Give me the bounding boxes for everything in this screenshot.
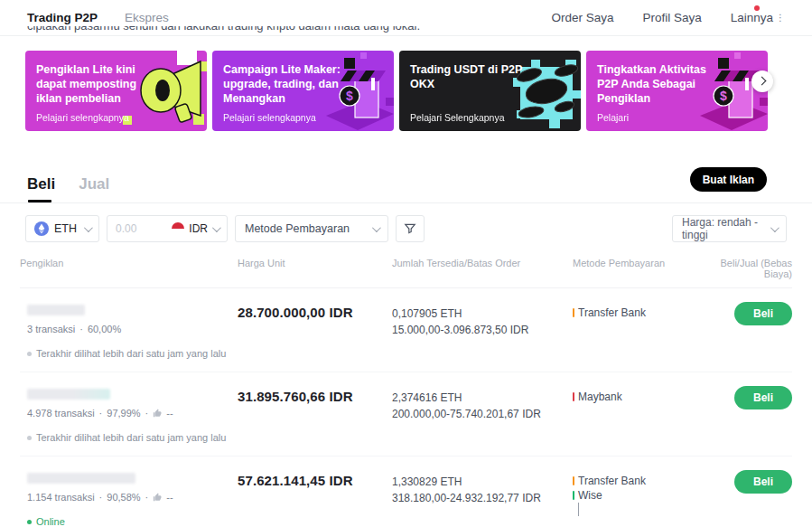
page-subtitle-clipped: ciptakan pasarmu sendiri dan lakukan tra… xyxy=(27,26,420,34)
funnel-icon xyxy=(404,222,416,235)
status-text: Terakhir dilihat lebih dari satu jam yan… xyxy=(36,348,226,359)
payment-color-bar xyxy=(573,392,574,401)
promo-banner-carousel: Pengiklan Lite kini dapat memposting ikl… xyxy=(0,36,812,131)
payment-method-name: Wise xyxy=(578,488,602,503)
fiat-currency-label: IDR xyxy=(189,222,208,235)
filter-bar: ETH 0.00 IDR Metode Pembayaran Harga: re… xyxy=(0,215,812,242)
chevron-down-icon xyxy=(84,223,93,232)
create-ad-button[interactable]: Buat Iklan xyxy=(690,167,767,192)
amount-limits: 1,330829 ETH 318.180,00-24.932.192,77 ID… xyxy=(392,470,573,527)
banner-title: Trading USDT di P2P OKX xyxy=(410,62,532,91)
banner-cta-link[interactable]: Pelajari selengkapnya xyxy=(36,112,129,123)
chevron-down-icon xyxy=(770,223,779,232)
offer-row: 4.978 transaksi · 97,99% · -- Terakhir d… xyxy=(20,372,792,456)
banner-tingkatkan-aktivitas[interactable]: $ Tingkatkan Aktivitas P2P Anda Sebagai … xyxy=(586,51,768,131)
banner-cta-link[interactable]: Pelajari Selengkapnya xyxy=(410,112,505,123)
advanced-filter-button[interactable] xyxy=(396,215,425,242)
expand-payments-chevron-icon[interactable] xyxy=(578,503,579,516)
advertiser-status: Terakhir dilihat lebih dari satu jam yan… xyxy=(27,348,238,359)
dot-separator: · xyxy=(145,492,149,503)
unit-price: 31.895.760,66 IDR xyxy=(238,386,392,443)
offline-dot xyxy=(27,436,32,440)
advertiser-stats: 4.978 transaksi · 97,99% · -- xyxy=(27,408,238,419)
payment-methods: Maybank xyxy=(573,386,708,443)
payment-method-name: Transfer Bank xyxy=(578,306,646,320)
sort-select[interactable]: Harga: rendah - tinggi xyxy=(672,215,787,242)
advertiser-cell[interactable]: 3 transaksi · 60,00% Terakhir dilihat le… xyxy=(20,302,238,359)
payment-method-name: Maybank xyxy=(578,390,622,404)
banner-title: Tingkatkan Aktivitas P2P Anda Sebagai Pe… xyxy=(597,62,719,106)
nav-tab-ekspres[interactable]: Ekspres xyxy=(125,11,169,24)
completion-rate: 90,58% xyxy=(107,492,140,503)
online-dot xyxy=(27,520,32,524)
tab-jual[interactable]: Jual xyxy=(79,175,109,202)
thumb-rate: -- xyxy=(166,492,173,503)
col-header-beli-jual: Beli/Jual (Bebas Biaya) xyxy=(708,258,792,279)
advertiser-name-blurred xyxy=(27,389,110,400)
vertical-ellipsis-icon: ⋮ xyxy=(776,13,785,23)
advertiser-cell[interactable]: 1.154 transaksi · 90,58% · -- Online xyxy=(20,470,238,527)
payment-methods: Transfer Bank Wise xyxy=(573,470,708,527)
svg-text:$: $ xyxy=(720,89,727,103)
banner-pengiklan-lite[interactable]: Pengiklan Lite kini dapat memposting ikl… xyxy=(25,51,207,131)
offer-row: 1.154 transaksi · 90,58% · -- Online 57.… xyxy=(20,456,792,527)
nav-tab-trading-p2p[interactable]: Trading P2P xyxy=(27,11,98,24)
advertiser-status: Terakhir dilihat lebih dari satu jam yan… xyxy=(27,432,238,443)
amount-limits: 0,107905 ETH 15.000,00-3.096.873,50 IDR xyxy=(392,302,573,359)
nav-lainnya[interactable]: Lainnya ⋮ xyxy=(731,11,785,24)
dot-separator: · xyxy=(79,324,83,334)
order-limits: 15.000,00-3.096.873,50 IDR xyxy=(392,322,573,338)
banner-cta-link[interactable]: Pelajari xyxy=(597,112,629,123)
unit-price: 57.621.141,45 IDR xyxy=(238,470,392,527)
advertiser-name-blurred xyxy=(27,305,85,315)
offline-dot xyxy=(27,352,32,356)
banner-campaign-lite-maker[interactable]: $ Campaign Lite Maker: upgrade, trading,… xyxy=(212,51,394,131)
payment-color-bar xyxy=(573,491,574,500)
amount-placeholder: 0.00 xyxy=(116,222,167,235)
svg-text:$: $ xyxy=(346,89,353,103)
payment-color-bar xyxy=(573,308,574,317)
nav-order-saya[interactable]: Order Saya xyxy=(551,11,613,24)
buy-button[interactable]: Beli xyxy=(734,470,792,494)
order-limits: 318.180,00-24.932.192,77 IDR xyxy=(392,490,573,506)
tab-beli[interactable]: Beli xyxy=(27,175,55,202)
nav-profil-saya[interactable]: Profil Saya xyxy=(642,11,701,24)
crypto-select[interactable]: ETH xyxy=(25,215,99,242)
tx-count: 3 transaksi xyxy=(27,324,75,334)
col-header-harga-unit: Harga Unit xyxy=(238,258,392,279)
buy-button[interactable]: Beli xyxy=(734,302,792,325)
payment-color-bar xyxy=(573,476,574,485)
advertiser-cell[interactable]: 4.978 transaksi · 97,99% · -- Terakhir d… xyxy=(20,386,238,443)
status-text: Online xyxy=(36,516,65,527)
amount-input[interactable]: 0.00 IDR xyxy=(107,215,228,242)
sort-select-value: Harga: rendah - tinggi xyxy=(682,216,770,241)
carousel-next-button[interactable] xyxy=(751,71,773,92)
advertiser-status: Online xyxy=(27,516,238,527)
col-header-pengiklan: Pengiklan xyxy=(20,258,238,279)
trade-tabs: Beli Jual Buat Iklan xyxy=(0,173,812,203)
chevron-down-icon xyxy=(372,223,381,232)
eth-icon xyxy=(34,221,49,236)
advertiser-stats: 3 transaksi · 60,00% xyxy=(27,324,238,334)
buy-button[interactable]: Beli xyxy=(734,386,792,409)
banner-cta-link[interactable]: Pelajari selengkapnya xyxy=(223,112,316,123)
payment-method-select[interactable]: Metode Pembayaran xyxy=(235,215,388,242)
banner-trading-usdt[interactable]: Trading USDT di P2P OKX Pelajari Selengk… xyxy=(399,51,581,131)
thumb-rate: -- xyxy=(166,408,173,419)
payment-methods: Transfer Bank xyxy=(573,302,708,359)
order-limits: 200.000,00-75.740.201,67 IDR xyxy=(392,406,573,422)
indonesia-flag-icon xyxy=(172,222,184,235)
payment-select-label: Metode Pembayaran xyxy=(245,222,372,235)
offers-table: Pengiklan Harga Unit Jumlah Tersedia/Bat… xyxy=(20,258,792,527)
completion-rate: 60,00% xyxy=(88,324,121,334)
available-amount: 0,107905 ETH xyxy=(392,306,573,322)
dot-separator: · xyxy=(99,408,103,419)
crypto-select-value: ETH xyxy=(54,222,79,235)
col-header-metode: Metode Pembayaran xyxy=(573,258,708,279)
advertiser-stats: 1.154 transaksi · 90,58% · -- xyxy=(27,492,238,503)
thumbs-up-icon xyxy=(153,493,162,502)
nav-lainnya-label: Lainnya xyxy=(731,11,773,24)
available-amount: 2,374616 ETH xyxy=(392,390,573,406)
available-amount: 1,330829 ETH xyxy=(392,474,573,490)
banner-title: Campaign Lite Maker: upgrade, trading, d… xyxy=(223,62,345,106)
